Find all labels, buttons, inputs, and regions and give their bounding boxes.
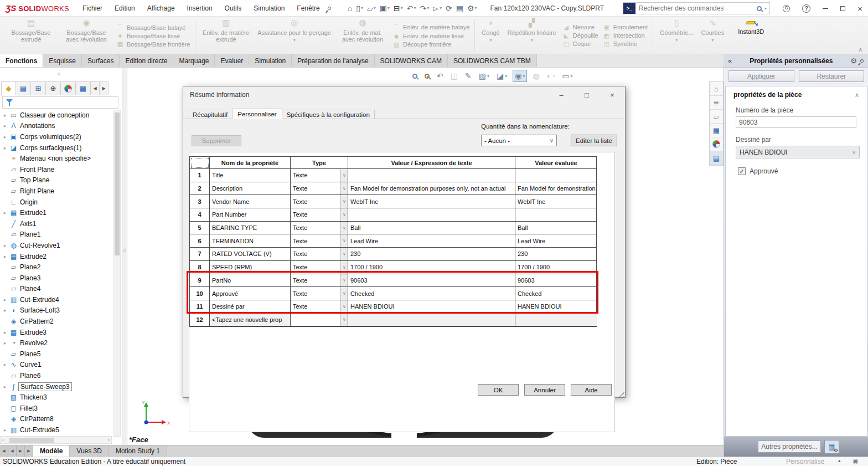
expand-arrow-icon[interactable]: ▸ [1,145,9,151]
feature-tree-item[interactable]: ╱ Axis1 [1,218,112,229]
command-tab[interactable]: Surfaces [82,54,120,67]
feature-tree-item[interactable]: ▧ Thicken3 [1,392,112,403]
property-name-cell[interactable]: RATED VOLTAGE (V) [210,248,291,261]
property-value-cell[interactable]: 1700 / 1900 [348,261,515,274]
property-name-cell[interactable]: PartNo [210,274,291,288]
next-tab-button[interactable]: ▶ [17,445,25,457]
shell-button[interactable]: ▢Coque [562,40,598,48]
dialog-maximize-button[interactable]: □ [574,86,600,103]
menu-item[interactable]: Simulation [254,4,285,12]
property-type-cell[interactable]: ∨ [291,314,348,327]
minimize-button[interactable] [823,8,828,9]
type-dropdown-icon[interactable]: ∨ [340,195,348,208]
feature-tree-item[interactable]: ≡ Matériau <non spécifié> [1,153,112,164]
feature-tree-item[interactable]: ▸ ▦ Extrude1 [1,207,112,218]
collapse-section-icon[interactable]: ∧ [855,91,859,99]
property-value-cell[interactable]: 230 [348,248,515,261]
help-icon[interactable]: ? [802,4,810,13]
feature-tree-item[interactable]: ▢ Fillet3 [1,403,112,414]
pin-menu-icon[interactable] [327,6,331,10]
type-dropdown-icon[interactable]: ∨ [340,182,348,195]
edit-appearance-button[interactable]: ◍ [531,70,541,81]
bom-quantity-dropdown[interactable]: - Aucun - ∨ [481,135,557,146]
property-value-cell[interactable]: Lead Wire [348,234,515,248]
feature-tree-item[interactable]: ▱ Plane2 [1,262,112,273]
property-value-cell[interactable] [348,208,515,222]
feature-tree-item[interactable]: ∟ Origin [1,197,112,208]
options-button[interactable]: ⚙▾ [466,3,478,13]
dropdown-icon[interactable]: ▾ [401,6,403,11]
help-button[interactable]: Aide [571,384,612,396]
property-type-cell[interactable]: Texte ∨ [291,274,348,288]
feature-tree-item[interactable]: ▱ Plane6 [1,370,112,381]
property-value-cell[interactable] [348,169,515,182]
row-number[interactable]: 8 [190,261,210,274]
hole-wizard-button[interactable]: ◎Assistance pour le perçage▾ [254,18,335,53]
feature-tree-item[interactable]: ▸ ∿ Curve1 [1,360,112,371]
panel-splitter-handle[interactable] [58,73,60,75]
tab-scroll-right[interactable]: ▶ [100,81,108,95]
dialog-tab[interactable]: Personnaliser [232,109,282,119]
property-name-cell[interactable]: Approuvé [210,287,291,300]
swept-cut-button[interactable]: ⌒Enlèv. de matière balayé [392,23,469,32]
dropdown-icon[interactable]: ▾ [487,74,489,79]
zoom-area-button[interactable] [423,73,431,80]
dropdown-icon[interactable]: ▾ [293,37,296,44]
dropdown-icon[interactable]: ▾ [675,37,678,44]
caret-up-icon[interactable]: ▴ [838,458,841,463]
menu-item[interactable]: Outils [225,4,242,12]
row-number[interactable]: 4 [190,208,210,222]
tree-filter-bar[interactable] [2,96,118,109]
dropdown-icon[interactable]: ▾ [505,74,507,79]
type-dropdown-icon[interactable]: ∨ [340,248,348,260]
scroll-right-icon[interactable]: › [108,437,110,443]
dialog-minimize-button[interactable]: – [549,86,574,103]
redo-button[interactable]: ↷▾ [418,3,430,13]
property-value-cell[interactable]: Checked [348,287,515,300]
cam-tree-tab[interactable]: ▦ [76,81,91,95]
file-properties-button[interactable]: ▤ [455,3,464,13]
model-tab[interactable]: Motion Study 1 [109,445,167,457]
feature-tree-item[interactable]: ▱ Top Plane [1,175,112,186]
property-manager-tab[interactable]: ▤ [16,81,31,95]
dialog-tab[interactable]: Récapitulatif [188,110,232,119]
property-name-cell[interactable]: <Tapez une nouvelle prop [210,314,291,327]
dimxpert-manager-tab[interactable]: ⊕ [46,81,61,95]
tag-icon[interactable]: ◉ [852,457,858,465]
type-dropdown-icon[interactable]: ∨ [340,274,348,287]
tree-vertical-scrollbar[interactable] [113,110,121,437]
command-tab[interactable]: Esquisse [43,54,82,67]
ribbon-collapse-icon[interactable]: ∧ [859,47,862,53]
type-dropdown-icon[interactable]: ∨ [340,300,348,313]
property-type-cell[interactable]: Texte ∨ [291,261,348,274]
property-type-cell[interactable]: Texte ∨ [291,234,348,248]
dropdown-icon[interactable]: ▾ [711,37,714,44]
type-dropdown-icon[interactable]: ∨ [340,222,348,234]
feature-tree-item[interactable]: ▸ ▥ Cut-Extrude5 [1,424,112,436]
command-tab[interactable]: Evaluer [215,54,249,67]
custom-properties-tab[interactable]: ▤ [710,151,723,165]
rib-button[interactable]: ◢Nervure [562,24,598,31]
model-tab[interactable]: Vues 3D [70,445,109,457]
expand-arrow-icon[interactable]: ▸ [1,297,9,303]
menu-item[interactable]: Fichier [82,4,102,12]
menu-item[interactable]: Affichage [147,4,175,12]
row-number[interactable]: 3 [190,195,210,208]
view-orientation-button[interactable]: ▧▾ [477,70,491,81]
property-type-cell[interactable]: Texte ∨ [291,195,348,208]
feature-tree-item[interactable]: ▸ ∫ Surface-Sweep3 [1,381,112,392]
property-value-cell[interactable]: HANEN BDIOUI [348,300,515,314]
type-dropdown-icon[interactable]: ∨ [340,234,348,247]
dialog-tab[interactable]: Spécifiques à la configuration [282,110,375,119]
dropdown-icon[interactable]: ▾ [523,74,525,79]
expand-arrow-icon[interactable]: ▸ [1,254,9,259]
feature-tree-item[interactable]: ▱ Plane4 [1,284,112,295]
row-number[interactable]: 9 [190,274,210,288]
expand-arrow-icon[interactable]: ▸ [1,112,9,118]
row-number[interactable]: 11 [190,300,210,314]
expand-arrow-icon[interactable]: ▸ [1,330,9,335]
reference-geometry-button[interactable]: ▯Géométrie...▾ [656,18,698,53]
command-tab[interactable]: Edition directe [120,54,173,67]
intersect-button[interactable]: ◩Intersection [603,32,648,39]
draft-button[interactable]: ◣Dépouille [562,32,598,39]
